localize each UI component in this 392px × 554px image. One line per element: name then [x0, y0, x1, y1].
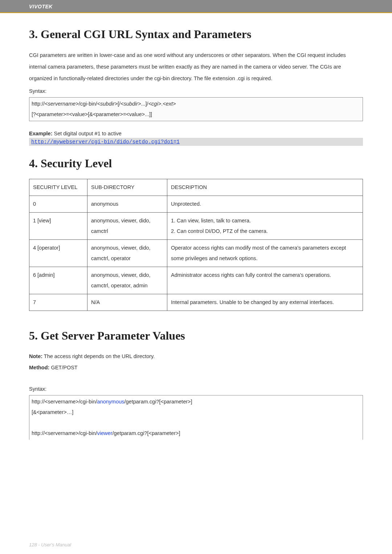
cell-level: 4 [operator] [29, 239, 87, 267]
t: <servername> [45, 430, 79, 436]
example-label: Example: [29, 131, 52, 136]
t: /getparam.cgi?[ [124, 399, 161, 405]
table-row: 1 [view] anonymous, viewer, dido, camctr… [29, 212, 363, 239]
method-line: Method: GET/POST [29, 362, 363, 373]
t: <parameter> [160, 399, 191, 405]
table-row: 7 N/A Internal parameters. Unable to be … [29, 294, 363, 311]
section4-title: 4. Security Level [29, 157, 363, 170]
page-header: VIVOTEK [0, 0, 392, 12]
t: <cgi> [148, 101, 161, 107]
example-link-box: http://mywebserver/cgi-bin/dido/setdo.cg… [29, 138, 363, 146]
table-row: 6 [admin] anonymous, viewer, dido, camct… [29, 267, 363, 294]
t: <ext> [163, 101, 176, 107]
t: ] [179, 430, 180, 436]
cell-desc: 1. Can view, listen, talk to camera. 2. … [167, 212, 363, 239]
syntax-label-5: Syntax: [29, 384, 363, 394]
syntax5-blank [32, 418, 360, 428]
page-content: 3. General CGI URL Syntax and Parameters… [0, 28, 392, 440]
t: viewer [97, 430, 113, 436]
syntax5-line1: http://<servername>/cgi-bin/anonymous/ge… [32, 397, 360, 407]
cell-subdir: N/A [87, 294, 167, 311]
cell-level: 6 [admin] [29, 267, 87, 294]
example-url-link[interactable]: http://mywebserver/cgi-bin/dido/setdo.cg… [31, 139, 180, 145]
note-line: Note: The access right depends on the UR… [29, 351, 363, 362]
security-level-table: SECURITY LEVEL SUB-DIRECTORY DESCRIPTION… [29, 179, 363, 311]
cell-level: 7 [29, 294, 87, 311]
syntax3-line2: [?<parameter>=<value>[&<parameter>=<valu… [32, 109, 360, 120]
t: ...]/ [141, 101, 148, 107]
t: <subdir> [121, 101, 141, 107]
syntax3-line1: http://<servername>/cgi-bin/<subdir>[/<s… [32, 99, 360, 109]
t: <servername> [45, 101, 79, 107]
example-heading: Example: Set digital output #1 to active [29, 131, 363, 136]
table-row: 4 [operator] anonymous, viewer, dido, ca… [29, 239, 363, 267]
t: <servername> [45, 399, 79, 405]
section3-paragraph: CGI parameters are written in lower-case… [29, 50, 363, 85]
cell-subdir: anonymous, viewer, dido, camctrl, operat… [87, 239, 167, 267]
cell-subdir: anonymous, viewer, dido, camctrl, operat… [87, 267, 167, 294]
header-underline [0, 12, 392, 13]
th-desc: DESCRIPTION [167, 179, 363, 196]
cell-desc: Administrator access rights can fully co… [167, 267, 363, 294]
t: anonymous [97, 399, 124, 405]
t: /getparam.cgi?[ [112, 430, 148, 436]
th-level: SECURITY LEVEL [29, 179, 87, 196]
t: [/ [118, 101, 121, 107]
cell-subdir: anonymous, viewer, dido, camctrl [87, 212, 167, 239]
page-footer: 128 - User's Manual [29, 542, 71, 547]
note-label: Note: [29, 353, 42, 359]
t: <parameter> [148, 430, 179, 436]
t: http:// [32, 101, 45, 107]
t: http:// [32, 399, 45, 405]
syntax5-line2: [&<parameter>…] [32, 407, 360, 418]
cell-desc: Unprotected. [167, 196, 363, 212]
syntax-box-5: http://<servername>/cgi-bin/anonymous/ge… [29, 395, 363, 440]
t: ] [191, 399, 192, 405]
brand-text: VIVOTEK [29, 4, 53, 9]
method-label: Method: [29, 365, 49, 370]
table-header-row: SECURITY LEVEL SUB-DIRECTORY DESCRIPTION [29, 179, 363, 196]
t: <subdir> [97, 101, 118, 107]
cell-desc: Operator access rights can modify most o… [167, 239, 363, 267]
syntax-label-3: Syntax: [29, 86, 363, 97]
syntax5-line3: http://<servername>/cgi-bin/viewer/getpa… [32, 428, 360, 439]
section5-title: 5. Get Server Parameter Values [29, 329, 363, 342]
t: http:// [32, 430, 45, 436]
syntax-box-3: http://<servername>/cgi-bin/<subdir>[/<s… [29, 97, 363, 121]
cell-level: 0 [29, 196, 87, 212]
t: /cgi-bin/ [79, 101, 97, 107]
cell-level: 1 [view] [29, 212, 87, 239]
cell-desc: Internal parameters. Unable to be change… [167, 294, 363, 311]
note-text: The access right depends on the URL dire… [42, 353, 155, 359]
cell-subdir: anonymous [87, 196, 167, 212]
section3-title: 3. General CGI URL Syntax and Parameters [29, 28, 363, 41]
t: /cgi-bin/ [79, 430, 97, 436]
th-subdir: SUB-DIRECTORY [87, 179, 167, 196]
t: /cgi-bin/ [79, 399, 97, 405]
method-text: GET/POST [49, 365, 77, 370]
table-row: 0 anonymous Unprotected. [29, 196, 363, 212]
example-text: Set digital output #1 to active [52, 131, 121, 136]
